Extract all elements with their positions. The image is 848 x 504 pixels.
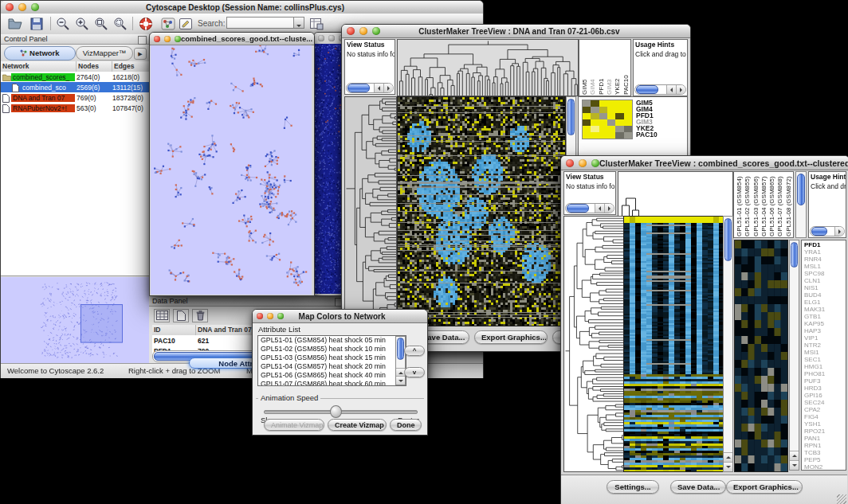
gene-label[interactable]: RPO21 [804,428,846,435]
scroll-right-button[interactable] [676,85,685,94]
zoom-selected-icon[interactable] [112,16,130,32]
open-session-button[interactable] [7,16,25,32]
row-dendrogram[interactable] [344,96,397,326]
scroll-down-button[interactable] [790,460,799,470]
save-data-button[interactable]: Save Data... [670,480,726,494]
vertical-scrollbar[interactable] [395,336,406,385]
scrollbar-thumb[interactable] [791,242,798,268]
zoom-out-icon[interactable] [55,16,73,32]
attribute-item[interactable]: GPL51-01 (GSM854) heat shock 05 min [258,336,406,345]
close-button[interactable] [566,159,574,167]
zoom-window-button[interactable] [591,159,599,167]
treeview2-titlebar[interactable]: ClusterMaker TreeView : combined_scores_… [561,156,848,170]
network-window-titlebar[interactable]: combined_scores_good.txt--cluste... [150,33,314,45]
attribute-item[interactable]: GPL51-02 (GSM855) heat shock 10 min [258,345,406,354]
network-list-empty-area[interactable] [1,113,149,276]
zoom-in-icon[interactable] [74,16,92,32]
col-edges[interactable]: Edges [112,61,149,72]
scroll-left-button[interactable] [595,204,604,213]
gene-label[interactable]: SEC24 [804,399,846,406]
move-up-button[interactable]: ^ [404,346,425,356]
gene-label[interactable]: CPA2 [804,406,846,413]
heatmap-canvas[interactable] [623,216,724,472]
horizontal-scrollbar[interactable] [810,226,845,236]
gene-label[interactable]: YSH1 [804,420,846,428]
dialog-titlebar[interactable]: Map Colors to Network [253,310,427,323]
search-input[interactable] [226,17,295,29]
zoom-fit-icon[interactable] [93,16,111,32]
minimize-button[interactable] [267,313,273,319]
gene-label[interactable]: TCB3 [804,449,846,456]
gene-label[interactable]: HRD3 [804,385,846,392]
animate-vizmap-button[interactable]: Animate Vizmap [264,419,324,431]
row-dendrogram[interactable] [563,216,624,472]
vertical-scrollbar[interactable] [789,240,799,471]
minimize-button[interactable] [18,3,26,11]
create-vizmap-button[interactable]: Create Vizmap [328,419,387,431]
gene-label[interactable]: MSL1 [804,263,846,270]
search-dropdown-button[interactable] [293,17,304,29]
zoom-window-button[interactable] [175,36,181,42]
tab-network[interactable]: Network [4,46,76,61]
scrollbar-thumb[interactable] [567,204,589,213]
tab-overflow-button[interactable]: ▶ [134,48,147,60]
gene-label[interactable]: PAN1 [804,435,846,442]
gene-label[interactable]: SEC1 [804,356,846,363]
gene-label[interactable]: SPC98 [804,270,846,277]
gene-label[interactable]: GIM3 [636,119,684,125]
zoom-window-button[interactable] [372,27,380,35]
scroll-up-button[interactable] [790,451,799,460]
horizontal-scrollbar[interactable] [346,83,394,93]
gene-label[interactable]: PAC10 [636,131,684,138]
gene-label[interactable]: YKE2 [636,125,684,131]
scrollbar-thumb[interactable] [397,338,404,360]
annotation-icon[interactable] [178,16,195,32]
scroll-down-button[interactable] [396,376,405,385]
gene-label[interactable]: RNR4 [804,256,846,263]
close-button[interactable] [257,313,263,319]
gene-label[interactable]: GPI16 [804,392,846,399]
done-button[interactable]: Done [390,419,422,431]
close-button[interactable] [347,27,355,35]
scrollbar-thumb[interactable] [347,84,370,92]
gene-label[interactable]: MAK31 [804,306,846,313]
minimize-button[interactable] [579,159,587,167]
network-mapper-icon[interactable] [160,16,178,32]
similarity-matrix[interactable] [582,100,633,139]
gene-label[interactable]: PFD1 [636,112,684,119]
gene-label[interactable]: HMG1 [804,363,846,370]
network-overview[interactable] [1,277,149,363]
network-row[interactable]: DNA and Tran 07 769(0) 183728(0) [1,92,149,103]
gene-label[interactable]: PUF3 [804,377,846,385]
column-dendrogram[interactable] [618,171,733,217]
save-session-button[interactable] [29,16,47,32]
scroll-up-button[interactable] [724,452,732,462]
vertical-scrollbar[interactable] [723,216,733,472]
help-lifesaver-icon[interactable] [138,16,155,32]
col-network[interactable]: Network [1,61,77,72]
scroll-down-button[interactable] [724,462,732,471]
col-nodes[interactable]: Nodes [77,61,112,72]
gene-label[interactable]: RPN1 [804,442,846,449]
gene-label[interactable]: BUD4 [804,291,846,299]
gene-label[interactable]: VIP1 [804,334,846,342]
trash-icon[interactable] [192,309,208,322]
gene-label[interactable]: KAP95 [804,320,846,327]
scrollbar-thumb[interactable] [811,227,827,236]
horizontal-scrollbar[interactable] [565,203,614,213]
gene-label[interactable]: CLN1 [804,277,846,284]
zoom-heatmap-canvas[interactable] [734,240,788,472]
vertical-scrollbar[interactable] [795,171,807,238]
heatmap-canvas[interactable] [397,96,566,326]
zoom-window-button[interactable] [277,313,284,319]
scroll-right-button[interactable] [834,227,844,236]
tab-vizmapper[interactable]: VizMapper™ [76,46,133,61]
export-graphics-button[interactable]: Export Graphics... [474,330,548,344]
gene-label[interactable]: PHO81 [804,370,846,377]
gene-label[interactable]: NIS1 [804,284,846,291]
minimize-button[interactable] [328,35,335,41]
network-canvas[interactable] [151,45,312,295]
horizontal-scrollbar[interactable] [634,84,686,95]
close-button[interactable] [154,36,160,42]
scroll-left-button[interactable] [666,85,676,94]
